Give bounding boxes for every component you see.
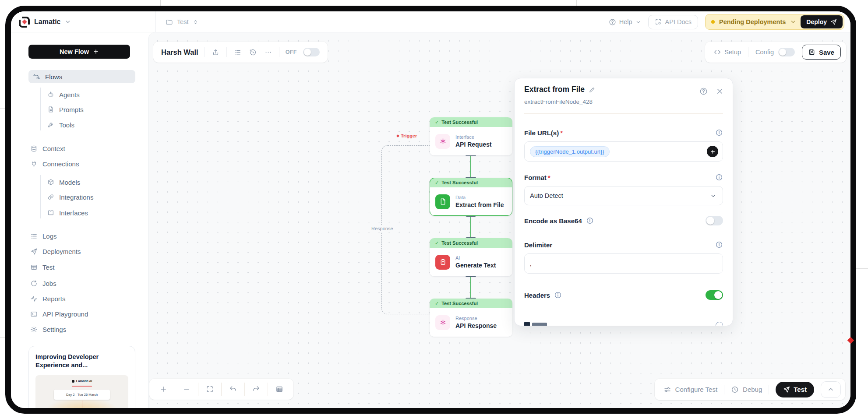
test-icon <box>30 264 38 271</box>
file-url-token[interactable]: {{triggerNode_1.output.url}} <box>530 146 610 157</box>
delimiter-input[interactable] <box>530 260 717 267</box>
sidebar-item-label: Interfaces <box>59 209 88 217</box>
interface-icon <box>435 134 450 149</box>
zoom-out-button[interactable] <box>175 379 198 400</box>
new-flow-button[interactable]: New Flow <box>28 45 130 59</box>
logs-icon <box>30 232 38 240</box>
flow-name[interactable]: Harsh Wall <box>161 48 198 56</box>
sidebar-item-interfaces[interactable]: Interfaces <box>47 207 88 218</box>
divider <box>279 47 279 57</box>
sidebar-item-context[interactable]: Context <box>30 143 65 154</box>
help-menu[interactable]: Help <box>609 18 641 26</box>
api-docs-label: API Docs <box>665 18 692 25</box>
sidebar-item-connections[interactable]: Connections <box>30 158 79 169</box>
headers-toggle[interactable] <box>706 290 723 300</box>
flow-canvas[interactable]: Harsh Wall OFF Setup Config <box>148 32 850 408</box>
sidebar-item-logs[interactable]: Logs <box>30 230 57 242</box>
redo-button[interactable] <box>245 379 268 400</box>
encode-base64-toggle[interactable] <box>706 216 723 225</box>
divider <box>769 385 769 394</box>
sidebar-item-settings[interactable]: Settings <box>30 324 66 335</box>
sidebar-item-prompts[interactable]: Prompts <box>47 104 84 115</box>
sort-chevrons-icon[interactable] <box>193 19 198 25</box>
check-icon: ✓ <box>435 180 439 186</box>
sidebar-item-agents[interactable]: Agents <box>47 89 80 100</box>
more-options-icon[interactable] <box>264 49 273 56</box>
help-icon <box>609 18 616 26</box>
pending-dot-icon <box>711 20 715 24</box>
edit-pencil-icon[interactable] <box>589 86 596 93</box>
promo-caption: Day 2 - Tue 25 March <box>54 390 110 400</box>
reports-icon <box>30 295 38 302</box>
node-body: ResponseAPI Response <box>430 308 512 337</box>
flow-enable-toggle[interactable] <box>303 48 320 56</box>
chevron-up-icon <box>827 386 834 393</box>
chevron-down-icon <box>65 19 71 25</box>
test-button[interactable]: Test <box>776 382 814 397</box>
sidebar-item-test[interactable]: Test <box>30 261 55 273</box>
divider <box>205 47 205 57</box>
info-icon[interactable] <box>715 241 723 249</box>
edge-connector <box>470 216 471 238</box>
panel-help-icon[interactable] <box>699 87 708 95</box>
format-select[interactable]: Auto Detect <box>524 186 723 205</box>
sidebar-item-reports[interactable]: Reports <box>30 293 66 304</box>
info-icon[interactable] <box>715 173 723 181</box>
context-icon <box>30 145 38 152</box>
promo-card[interactable]: Improving Developer Experience and... La… <box>28 346 135 414</box>
info-icon[interactable] <box>586 217 594 225</box>
flow-node-extract-from-file[interactable]: ✓Test Successful DataExtract from File <box>430 178 512 216</box>
collapse-panel-button[interactable] <box>821 381 841 398</box>
format-label: Format* <box>524 174 550 181</box>
response-edge-label: Response <box>369 225 395 232</box>
page-edge-line <box>0 337 5 338</box>
add-url-button[interactable] <box>707 146 718 157</box>
info-icon[interactable] <box>715 129 723 137</box>
panel-title: Extract from File <box>524 85 585 94</box>
flow-node-api-request[interactable]: ✓Test Successful InterfaceAPI Request <box>430 117 512 155</box>
canvas-test-toolbar: Configure Test Debug Test <box>655 379 845 400</box>
config-toggle[interactable] <box>778 48 795 56</box>
zoom-in-button[interactable] <box>152 379 175 400</box>
sidebar-item-flows[interactable]: Flows <box>28 70 135 83</box>
sidebar-item-label: Settings <box>42 326 66 333</box>
canvas-zoom-toolbar <box>149 379 293 400</box>
workspace-switcher[interactable]: Lamatic <box>19 11 71 32</box>
interfaces-icon <box>47 209 54 216</box>
sidebar-item-label: Prompts <box>59 106 84 113</box>
sidebar-item-jobs[interactable]: Jobs <box>30 278 56 289</box>
checklist-icon[interactable] <box>233 49 242 56</box>
file-urls-input[interactable]: {{triggerNode_1.output.url}} <box>524 141 723 162</box>
undo-button[interactable] <box>222 379 244 400</box>
configure-test-button[interactable]: Configure Test <box>663 386 717 394</box>
sidebar-item-label: Test <box>42 264 55 271</box>
help-label: Help <box>619 18 632 25</box>
sidebar-item-models[interactable]: Models <box>47 176 80 188</box>
deploy-button[interactable]: Deploy <box>801 15 843 28</box>
settings-icon <box>30 326 38 333</box>
node-category: Data <box>455 195 504 200</box>
info-icon[interactable] <box>554 291 562 299</box>
save-button[interactable]: Save <box>802 45 841 60</box>
breadcrumb[interactable]: Test <box>155 11 198 32</box>
pending-deployments[interactable]: Pending Deployments Deploy <box>705 14 844 30</box>
sidebar-item-label: Integrations <box>59 193 93 201</box>
fit-view-button[interactable] <box>198 379 221 400</box>
sidebar-item-deployments[interactable]: Deployments <box>30 246 81 257</box>
history-icon[interactable] <box>248 49 258 56</box>
integrations-icon <box>47 193 54 200</box>
flow-node-api-response[interactable]: ✓Test Successful ResponseAPI Response <box>430 299 512 337</box>
sidebar-item-tools[interactable]: Tools <box>47 119 74 130</box>
promo-decor <box>82 401 82 408</box>
sidebar-item-integrations[interactable]: Integrations <box>47 191 93 203</box>
minimap-button[interactable] <box>268 379 291 400</box>
close-icon[interactable] <box>716 87 724 95</box>
setup-label: Setup <box>724 49 741 56</box>
share-icon[interactable] <box>211 49 220 56</box>
api-docs-button[interactable]: API Docs <box>648 15 698 29</box>
edge-connector <box>470 155 471 178</box>
sidebar-item-api-playground[interactable]: API Playground <box>30 308 88 320</box>
flow-node-generate-text[interactable]: ✓Test Successful AIGenerate Text <box>430 238 512 276</box>
setup-button[interactable]: Setup <box>714 49 741 56</box>
debug-button[interactable]: Debug <box>731 386 762 394</box>
